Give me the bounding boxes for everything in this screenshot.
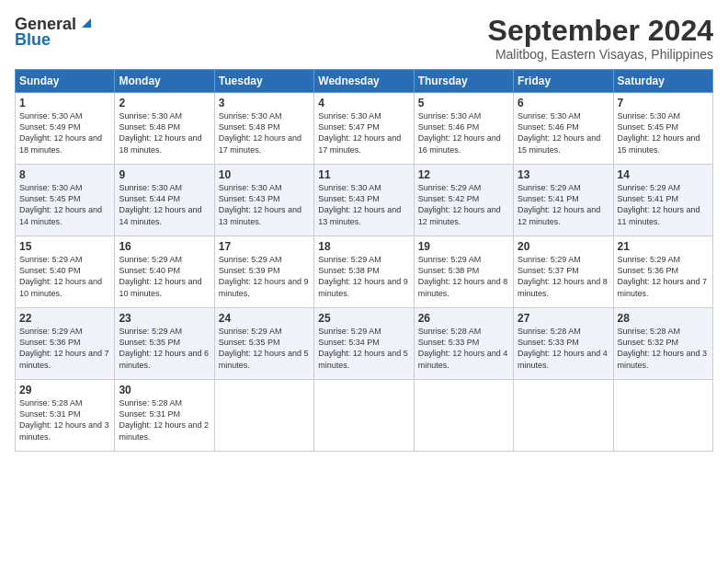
- calendar-week-row: 15 Sunrise: 5:29 AMSunset: 5:40 PMDaylig…: [16, 236, 713, 308]
- day-info: Sunrise: 5:29 AMSunset: 5:38 PMDaylight:…: [418, 255, 508, 297]
- day-number: 18: [318, 240, 409, 253]
- day-info: Sunrise: 5:29 AMSunset: 5:38 PMDaylight:…: [318, 255, 408, 297]
- page: General Blue September 2024 Malitbog, Ea…: [0, 0, 728, 563]
- day-number: 29: [19, 384, 110, 396]
- table-row: 4 Sunrise: 5:30 AMSunset: 5:47 PMDayligh…: [314, 93, 414, 165]
- day-number: 10: [219, 168, 310, 181]
- table-row: 29 Sunrise: 5:28 AMSunset: 5:31 PMDaylig…: [16, 380, 115, 452]
- day-info: Sunrise: 5:29 AMSunset: 5:41 PMDaylight:…: [518, 183, 600, 225]
- title-area: September 2024 Malitbog, Eastern Visayas…: [488, 15, 713, 62]
- day-info: Sunrise: 5:30 AMSunset: 5:46 PMDaylight:…: [418, 111, 501, 154]
- day-info: Sunrise: 5:30 AMSunset: 5:43 PMDaylight:…: [219, 183, 301, 225]
- table-row: 11 Sunrise: 5:30 AMSunset: 5:43 PMDaylig…: [314, 165, 414, 236]
- day-number: 26: [418, 312, 509, 325]
- calendar-week-row: 22 Sunrise: 5:29 AMSunset: 5:36 PMDaylig…: [16, 308, 713, 380]
- day-number: 22: [19, 312, 110, 325]
- table-row: 9 Sunrise: 5:30 AMSunset: 5:44 PMDayligh…: [115, 165, 214, 236]
- day-number: 3: [219, 97, 310, 109]
- day-info: Sunrise: 5:30 AMSunset: 5:47 PMDaylight:…: [318, 111, 401, 154]
- table-row: 25 Sunrise: 5:29 AMSunset: 5:34 PMDaylig…: [314, 308, 414, 380]
- day-number: 9: [119, 168, 210, 181]
- table-row: 30 Sunrise: 5:28 AMSunset: 5:31 PMDaylig…: [115, 380, 214, 452]
- table-row: [514, 380, 613, 452]
- table-row: [214, 380, 313, 452]
- table-row: 23 Sunrise: 5:29 AMSunset: 5:35 PMDaylig…: [115, 308, 214, 380]
- day-number: 30: [119, 384, 210, 396]
- day-number: 13: [518, 168, 609, 181]
- logo-arrow-icon: [78, 15, 95, 31]
- day-number: 12: [418, 168, 509, 181]
- calendar-table: Sunday Monday Tuesday Wednesday Thursday…: [15, 69, 713, 452]
- table-row: [314, 380, 414, 452]
- day-info: Sunrise: 5:30 AMSunset: 5:45 PMDaylight:…: [19, 183, 102, 225]
- day-number: 6: [518, 97, 609, 109]
- day-info: Sunrise: 5:28 AMSunset: 5:31 PMDaylight:…: [19, 398, 109, 441]
- month-title: September 2024: [488, 15, 713, 47]
- table-row: 21 Sunrise: 5:29 AMSunset: 5:36 PMDaylig…: [613, 236, 712, 308]
- day-number: 16: [119, 240, 210, 253]
- col-tuesday: Tuesday: [214, 70, 313, 93]
- table-row: 7 Sunrise: 5:30 AMSunset: 5:45 PMDayligh…: [613, 93, 712, 165]
- day-info: Sunrise: 5:28 AMSunset: 5:32 PMDaylight:…: [618, 327, 708, 369]
- day-number: 17: [219, 240, 310, 253]
- col-wednesday: Wednesday: [314, 70, 414, 93]
- day-number: 11: [318, 168, 409, 181]
- svg-marker-0: [82, 18, 91, 28]
- calendar-header-row: Sunday Monday Tuesday Wednesday Thursday…: [16, 70, 713, 93]
- day-number: 24: [219, 312, 310, 325]
- table-row: 18 Sunrise: 5:29 AMSunset: 5:38 PMDaylig…: [314, 236, 414, 308]
- day-info: Sunrise: 5:29 AMSunset: 5:37 PMDaylight:…: [518, 255, 608, 297]
- day-info: Sunrise: 5:28 AMSunset: 5:33 PMDaylight:…: [518, 327, 608, 369]
- day-number: 28: [618, 312, 709, 325]
- table-row: 20 Sunrise: 5:29 AMSunset: 5:37 PMDaylig…: [514, 236, 613, 308]
- day-info: Sunrise: 5:30 AMSunset: 5:44 PMDaylight:…: [119, 183, 201, 225]
- header: General Blue September 2024 Malitbog, Ea…: [15, 15, 713, 62]
- day-number: 1: [19, 97, 110, 109]
- table-row: [414, 380, 513, 452]
- logo: General Blue: [15, 15, 95, 50]
- location: Malitbog, Eastern Visayas, Philippines: [488, 47, 713, 62]
- day-info: Sunrise: 5:29 AMSunset: 5:36 PMDaylight:…: [19, 327, 109, 369]
- table-row: 22 Sunrise: 5:29 AMSunset: 5:36 PMDaylig…: [16, 308, 115, 380]
- day-number: 27: [518, 312, 609, 325]
- day-info: Sunrise: 5:30 AMSunset: 5:49 PMDaylight:…: [19, 111, 102, 154]
- day-number: 7: [618, 97, 709, 109]
- calendar-week-row: 29 Sunrise: 5:28 AMSunset: 5:31 PMDaylig…: [16, 380, 713, 452]
- col-sunday: Sunday: [16, 70, 115, 93]
- table-row: 19 Sunrise: 5:29 AMSunset: 5:38 PMDaylig…: [414, 236, 513, 308]
- day-number: 8: [19, 168, 110, 181]
- table-row: 17 Sunrise: 5:29 AMSunset: 5:39 PMDaylig…: [214, 236, 313, 308]
- day-number: 23: [119, 312, 210, 325]
- col-friday: Friday: [514, 70, 613, 93]
- day-info: Sunrise: 5:30 AMSunset: 5:43 PMDaylight:…: [318, 183, 401, 225]
- table-row: 26 Sunrise: 5:28 AMSunset: 5:33 PMDaylig…: [414, 308, 513, 380]
- table-row: 2 Sunrise: 5:30 AMSunset: 5:48 PMDayligh…: [115, 93, 214, 165]
- table-row: 8 Sunrise: 5:30 AMSunset: 5:45 PMDayligh…: [16, 165, 115, 236]
- table-row: 3 Sunrise: 5:30 AMSunset: 5:48 PMDayligh…: [214, 93, 313, 165]
- day-number: 19: [418, 240, 509, 253]
- day-info: Sunrise: 5:30 AMSunset: 5:48 PMDaylight:…: [119, 111, 201, 154]
- col-saturday: Saturday: [613, 70, 712, 93]
- day-number: 20: [518, 240, 609, 253]
- table-row: 27 Sunrise: 5:28 AMSunset: 5:33 PMDaylig…: [514, 308, 613, 380]
- day-number: 21: [618, 240, 709, 253]
- logo-text-blue: Blue: [15, 31, 51, 50]
- table-row: 24 Sunrise: 5:29 AMSunset: 5:35 PMDaylig…: [214, 308, 313, 380]
- day-number: 2: [119, 97, 210, 109]
- table-row: 5 Sunrise: 5:30 AMSunset: 5:46 PMDayligh…: [414, 93, 513, 165]
- day-info: Sunrise: 5:30 AMSunset: 5:45 PMDaylight:…: [618, 111, 700, 154]
- day-info: Sunrise: 5:29 AMSunset: 5:35 PMDaylight:…: [219, 327, 309, 369]
- day-info: Sunrise: 5:29 AMSunset: 5:40 PMDaylight:…: [19, 255, 102, 297]
- day-number: 25: [318, 312, 409, 325]
- calendar-week-row: 8 Sunrise: 5:30 AMSunset: 5:45 PMDayligh…: [16, 165, 713, 236]
- table-row: 15 Sunrise: 5:29 AMSunset: 5:40 PMDaylig…: [16, 236, 115, 308]
- day-number: 5: [418, 97, 509, 109]
- table-row: [613, 380, 712, 452]
- day-info: Sunrise: 5:29 AMSunset: 5:39 PMDaylight:…: [219, 255, 309, 297]
- day-info: Sunrise: 5:29 AMSunset: 5:42 PMDaylight:…: [418, 183, 501, 225]
- table-row: 14 Sunrise: 5:29 AMSunset: 5:41 PMDaylig…: [613, 165, 712, 236]
- table-row: 16 Sunrise: 5:29 AMSunset: 5:40 PMDaylig…: [115, 236, 214, 308]
- col-thursday: Thursday: [414, 70, 513, 93]
- col-monday: Monday: [115, 70, 214, 93]
- day-info: Sunrise: 5:30 AMSunset: 5:46 PMDaylight:…: [518, 111, 600, 154]
